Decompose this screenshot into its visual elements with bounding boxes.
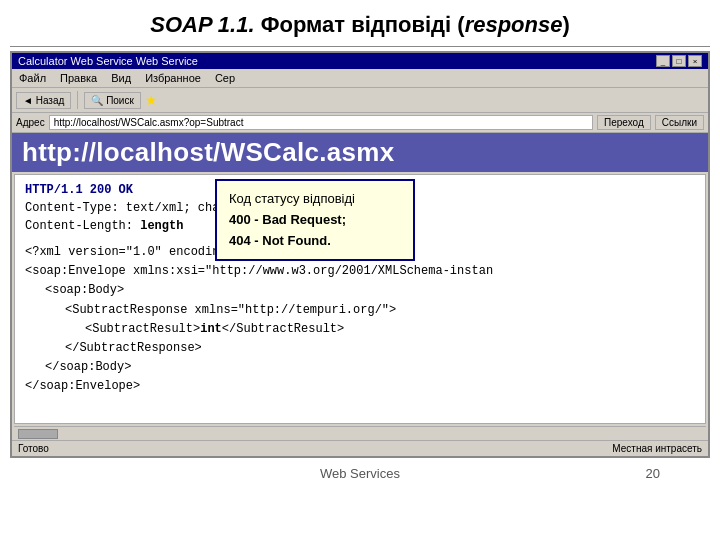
status-left: Готово — [18, 443, 49, 454]
address-input[interactable] — [49, 115, 593, 130]
browser-title-text: Calculator Web Service Web Service — [18, 55, 198, 67]
status-bar: Готово Местная интрасеть — [12, 440, 708, 456]
content-length-value: length — [140, 219, 183, 233]
tooltip-line-2: 400 - Bad Request; — [229, 210, 401, 231]
back-button[interactable]: ◄ Назад — [16, 92, 71, 109]
url-display: http://localhost/WSCalc.asmx — [12, 133, 708, 172]
go-button[interactable]: Переход — [597, 115, 651, 130]
subtract-result-line: <SubtractResult>int</SubtractResult> — [25, 320, 695, 339]
browser-title-bar: Calculator Web Service Web Service _ □ × — [12, 53, 708, 69]
minimize-btn[interactable]: _ — [656, 55, 670, 67]
soap-body-close: </soap:Body> — [25, 358, 695, 377]
close-btn[interactable]: × — [688, 55, 702, 67]
subtract-result-bold: int — [200, 322, 222, 336]
title-suffix: ) — [562, 12, 569, 37]
soap-envelope-close: </soap:Envelope> — [25, 377, 695, 396]
footer-spacer — [60, 466, 320, 481]
maximize-btn[interactable]: □ — [672, 55, 686, 67]
links-button[interactable]: Ссылки — [655, 115, 704, 130]
menu-file[interactable]: Файл — [16, 71, 49, 85]
tooltip-line-3: 404 - Not Found. — [229, 231, 401, 252]
menu-edit[interactable]: Правка — [57, 71, 100, 85]
address-bar: Адрес Переход Ссылки — [12, 113, 708, 133]
subtract-result-suffix: </SubtractResult> — [222, 322, 344, 336]
footer-label: Web Services — [320, 466, 400, 481]
title-response: response — [465, 12, 563, 37]
title-divider — [10, 46, 710, 47]
page-footer: Web Services 20 — [0, 458, 720, 481]
menu-favorites[interactable]: Избранное — [142, 71, 204, 85]
browser-window: Calculator Web Service Web Service _ □ ×… — [10, 51, 710, 458]
page-title: SOAP 1.1. Формат відповіді (response) — [0, 0, 720, 46]
toolbar-separator-1 — [77, 91, 78, 109]
subtract-response-close: </SubtractResponse> — [25, 339, 695, 358]
title-soap: SOAP 1.1. — [150, 12, 254, 37]
menu-view[interactable]: Вид — [108, 71, 134, 85]
title-main: Формат відповіді ( — [261, 12, 465, 37]
tooltip-box: Код статусу відповіді 400 - Bad Request;… — [215, 179, 415, 261]
search-button[interactable]: 🔍 Поиск — [84, 92, 141, 109]
menu-service[interactable]: Сер — [212, 71, 238, 85]
title-bar-buttons: _ □ × — [656, 55, 702, 67]
subtract-response-open: <SubtractResponse xmlns="http://tempuri.… — [25, 301, 695, 320]
tooltip-line-1: Код статусу відповіді — [229, 189, 401, 210]
star-icon: ★ — [145, 92, 158, 108]
footer-page-number: 20 — [400, 466, 660, 481]
toolbar: ◄ Назад 🔍 Поиск ★ — [12, 88, 708, 113]
content-wrapper: Код статусу відповіді 400 - Bad Request;… — [14, 174, 706, 424]
address-label: Адрес — [16, 117, 45, 128]
subtract-result-prefix: <SubtractResult> — [85, 322, 200, 336]
content-length-prefix: Content-Length: — [25, 219, 140, 233]
h-scrollbar[interactable] — [14, 426, 706, 440]
soap-envelope-open: <soap:Envelope xmlns:xsi="http://www.w3.… — [25, 262, 695, 281]
menu-bar: Файл Правка Вид Избранное Сер — [12, 69, 708, 88]
xml-content: <?xml version="1.0" encoding="utf-8"?> <… — [25, 243, 695, 397]
h-scroll-thumb[interactable] — [18, 429, 58, 439]
status-right: Местная интрасеть — [612, 443, 702, 454]
soap-body-open: <soap:Body> — [25, 281, 695, 300]
